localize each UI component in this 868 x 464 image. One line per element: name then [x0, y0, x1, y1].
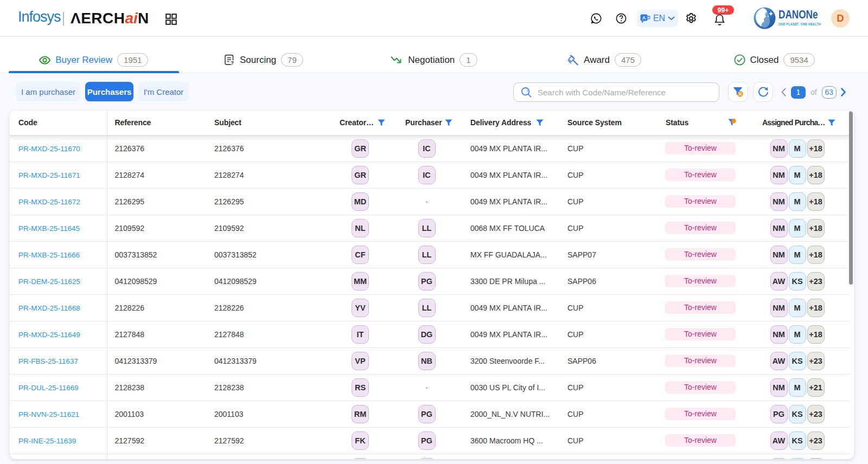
svg-text:A: A	[642, 15, 646, 21]
svg-text:?: ?	[231, 60, 234, 66]
